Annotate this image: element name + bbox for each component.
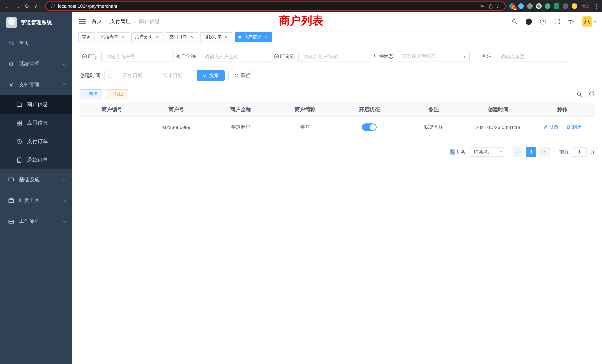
- browser-menu-icon[interactable]: ⋮: [594, 3, 599, 9]
- fullscreen-icon[interactable]: [554, 18, 560, 25]
- breadcrumb-payment[interactable]: 支付管理: [110, 18, 131, 25]
- briefcase-icon: [8, 218, 14, 224]
- close-icon[interactable]: ×: [264, 34, 268, 39]
- merchant-short-name-input[interactable]: [298, 51, 371, 62]
- sidebar-item-label: 应用信息: [27, 120, 66, 126]
- status-select[interactable]: 请选择开启状态 ▾: [397, 51, 470, 62]
- chevron-up-icon: [63, 83, 66, 87]
- browser-update-button[interactable]: 更新: [582, 3, 591, 9]
- browser-home-icon[interactable]: ⌂: [32, 1, 42, 11]
- search-icon: [203, 73, 207, 78]
- sidebar-item-refund-order[interactable]: 退款订单: [0, 151, 72, 169]
- tab-process-form[interactable]: 流程表单 ×: [97, 32, 129, 42]
- sidebar-item-payment[interactable]: ¥ 支付管理: [0, 75, 72, 95]
- hamburger-icon[interactable]: [79, 19, 86, 24]
- toggle-search-icon[interactable]: [576, 91, 582, 97]
- delete-link[interactable]: 删除: [566, 124, 582, 130]
- extension-icon[interactable]: [545, 3, 550, 9]
- browser-reload-icon[interactable]: ⟳: [22, 1, 32, 11]
- browser-back-icon[interactable]: ←: [3, 1, 13, 11]
- extension-icon[interactable]: [563, 3, 568, 9]
- col-header: 商户全称: [208, 103, 273, 116]
- sidebar-item-pay-order[interactable]: 支付订单: [0, 132, 72, 151]
- merchant-no-input[interactable]: [101, 51, 174, 62]
- address-bar[interactable]: ⓘ localhost:1024/pay/merchant ☆: [45, 1, 506, 11]
- add-button[interactable]: + 新增: [80, 89, 102, 99]
- total-suffix: 条: [460, 149, 465, 155]
- tab-label: 商户信息: [244, 34, 261, 40]
- sidebar: 芋道管理系统 首页 ⚙ 系统管理 ¥ 支付管理 商户信息: [0, 12, 72, 364]
- export-button[interactable]: ↓ 导出: [106, 89, 128, 99]
- sidebar-item-dev-tools[interactable]: 研发工具: [0, 190, 72, 211]
- add-button-label: 新增: [89, 91, 97, 97]
- start-date-placeholder: 开始日期: [116, 72, 149, 79]
- font-size-icon[interactable]: TT: [568, 18, 575, 25]
- close-icon[interactable]: ×: [155, 34, 160, 39]
- extension-icon[interactable]: [536, 3, 542, 9]
- extension-icon[interactable]: [527, 3, 533, 9]
- close-icon[interactable]: ×: [120, 34, 125, 39]
- total-prefix: 共: [450, 149, 455, 155]
- site-info-icon[interactable]: ⓘ: [50, 3, 55, 9]
- tab-merchant-info[interactable]: 商户信息 ×: [235, 32, 272, 42]
- merchant-name-input[interactable]: [200, 51, 272, 62]
- close-icon[interactable]: ×: [224, 34, 229, 39]
- filter-row-2: 创建时间 开始日期 - 结束日期 搜索 重置: [80, 70, 595, 81]
- tags-view-bar: 首页 流程表单 × 用户分组 × 支付订单 × 退款订单 × 商户信息 ×: [72, 31, 602, 43]
- page-size-select[interactable]: 10条/页 ▾: [470, 147, 505, 157]
- extension-icon[interactable]: [554, 3, 559, 9]
- tab-home[interactable]: 首页: [78, 32, 95, 42]
- field-label: 商户简称: [274, 53, 298, 60]
- extension-icon[interactable]: [518, 3, 524, 9]
- user-avatar[interactable]: ▾: [582, 16, 596, 27]
- page-number-button[interactable]: 1: [526, 147, 536, 157]
- search-icon[interactable]: [512, 18, 518, 25]
- password-key-icon[interactable]: [480, 3, 485, 9]
- tab-refund-order[interactable]: 退款订单 ×: [200, 32, 232, 42]
- refresh-icon: [234, 73, 239, 78]
- date-range-picker[interactable]: 开始日期 - 结束日期: [104, 70, 193, 81]
- sidebar-item-app-info[interactable]: 应用信息: [0, 114, 72, 132]
- screen: ← → ⟳ ⌂ ⓘ localhost:1024/pay/merchant ☆ …: [0, 0, 602, 364]
- search-button[interactable]: 搜索: [197, 70, 225, 81]
- prev-page-button[interactable]: ‹: [513, 147, 523, 157]
- profile-avatar-icon[interactable]: [572, 3, 577, 9]
- breadcrumb-home[interactable]: 首页: [92, 18, 102, 25]
- payment-submenu: 商户信息 应用信息 支付订单 退款订单: [0, 95, 72, 169]
- help-icon[interactable]: ?: [540, 18, 546, 25]
- close-icon[interactable]: ×: [189, 34, 194, 39]
- chevron-down-icon: [63, 177, 66, 181]
- record-icon: [16, 139, 22, 145]
- cell-create-time: 2021-10-23 08:31:14: [466, 116, 530, 138]
- date-separator: -: [152, 73, 154, 78]
- logo-image: [6, 17, 17, 28]
- filter-merchant-short-name: 商户简称: [274, 51, 371, 62]
- tab-pay-order[interactable]: 支付订单 ×: [166, 32, 198, 42]
- app-title: 芋道管理系统: [21, 19, 52, 26]
- sidebar-item-infra[interactable]: 基础设施: [0, 169, 72, 190]
- refresh-icon[interactable]: [588, 91, 595, 97]
- share-icon[interactable]: [488, 3, 493, 9]
- app-logo[interactable]: 芋道管理系统: [0, 12, 72, 33]
- url-text[interactable]: localhost:1024/pay/merchant: [58, 3, 477, 9]
- sidebar-item-system[interactable]: ⚙ 系统管理: [0, 54, 72, 75]
- reset-button[interactable]: 重置: [228, 70, 256, 81]
- sidebar-item-home[interactable]: 首页: [0, 33, 72, 54]
- edit-link[interactable]: 修改: [543, 124, 559, 130]
- merchant-table: 商户编号 商户号 商户全称 商户简称 开启状态 备注 创建时间 操作 1 M23…: [80, 103, 595, 138]
- extension-icon[interactable]: 10: [509, 3, 515, 9]
- goto-suffix: 页: [590, 149, 595, 155]
- tab-label: 支付订单: [169, 34, 187, 40]
- tab-user-group[interactable]: 用户分组 ×: [131, 32, 163, 42]
- status-toggle[interactable]: [362, 123, 377, 131]
- next-page-button[interactable]: ›: [539, 147, 550, 157]
- sidebar-item-label: 系统管理: [19, 61, 58, 67]
- sidebar-item-workflow[interactable]: 工作流程: [0, 211, 72, 232]
- bookmark-star-icon[interactable]: ☆: [496, 3, 500, 9]
- sidebar-item-merchant-info[interactable]: 商户信息: [0, 95, 72, 114]
- browser-forward-icon[interactable]: →: [13, 1, 22, 11]
- goto-page-input[interactable]: [572, 147, 587, 157]
- remark-input[interactable]: [496, 51, 568, 62]
- github-icon[interactable]: [526, 18, 532, 25]
- cell-actions: 修改 删除: [530, 116, 595, 138]
